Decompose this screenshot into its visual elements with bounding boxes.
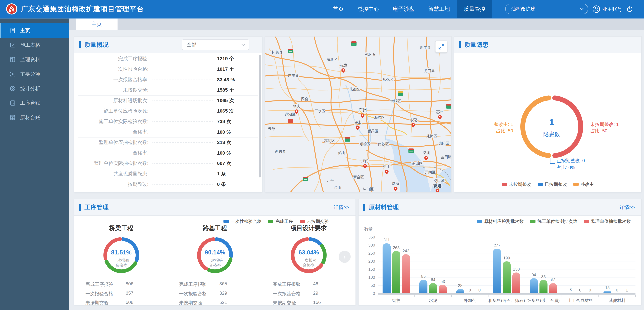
hazard-callout-bottom: 已按期整改: 0 (556, 158, 585, 163)
stat-value: 1585 个 (217, 87, 251, 94)
hazard-donut-chart: 1隐患数整改中: 1占比: 50未按期整改: 1占比: 50已按期整改: 0占比… (454, 53, 641, 192)
project-select[interactable]: 汕梅改扩建 (505, 4, 588, 14)
stat-value: 83.43 % (217, 77, 251, 82)
company-logo-icon (6, 3, 18, 15)
map-city-label: 花都区 (349, 87, 360, 91)
bar-value-label: 94 (532, 273, 536, 277)
expand-icon[interactable] (435, 40, 447, 53)
material-detail-link[interactable]: 详情>> (620, 199, 635, 215)
gauge-percent: 63.04% (298, 249, 319, 256)
map-city-label: 云浮 (268, 127, 275, 131)
account-label[interactable]: 业主账号 (602, 0, 622, 18)
legend-item[interactable]: 已按期整改 (538, 182, 567, 187)
legend-item[interactable]: 完成工序 (268, 218, 293, 224)
sidebar-item-3[interactable]: 监理资料 (0, 52, 69, 67)
sidebar-item-4[interactable]: 主要分项 (0, 67, 69, 81)
svg-text:100: 100 (368, 275, 375, 280)
highway-shield-icon (398, 91, 403, 96)
nav-item-2[interactable]: 总控中心 (351, 0, 386, 18)
nav-item-1[interactable]: 首页 (326, 0, 351, 18)
svg-text:合格率: 合格率 (115, 263, 127, 267)
stat-label: 未按期交验: (79, 87, 148, 94)
sidebar-item-5[interactable]: 统计分析 (0, 81, 69, 96)
overview-stats-list: 完成工序报验:1219 个一次性报验合格:1017 个一次报验合格率:83.43… (74, 53, 262, 192)
sidebar-item-1[interactable]: 主页 (0, 23, 69, 38)
target-icon (10, 86, 16, 92)
panel-header: 原材料管理 详情>> (358, 199, 641, 216)
map-city-label: 清新区 (326, 58, 338, 62)
app-header: 广东交通集团汕梅改扩建项目管理平台 首页总控中心电子沙盘智慧工地质量管控 汕梅改… (0, 0, 644, 18)
map-city-label: 龙门县 (424, 69, 435, 73)
nav-item-4[interactable]: 智慧工地 (422, 0, 457, 18)
sidebar-item-6[interactable]: 工序台账 (0, 96, 69, 110)
tabbar: 主页 (69, 18, 644, 30)
hazard-center-label: 隐患数 (544, 131, 560, 137)
overview-stat-row: 合格率:100 % (74, 127, 262, 137)
map-city-label: 江门 (362, 159, 369, 163)
nav-item-5[interactable]: 质量管控 (457, 0, 492, 18)
map-city-label: 斗门区 (363, 187, 374, 191)
gauge-stat-row: 未按期交验521 (179, 300, 251, 306)
stat-label: 共发现质量隐患: (79, 170, 148, 177)
legend-item[interactable]: 未按期整改 (502, 182, 531, 187)
svg-text:200: 200 (368, 259, 375, 264)
map-city-label: 元朗区 (425, 170, 436, 174)
sidebar-item-2[interactable]: 施工表格 (0, 38, 69, 52)
nav-item-3[interactable]: 电子沙盘 (386, 0, 422, 18)
map-city-label: 香港 (433, 183, 442, 188)
x-tick-label: 水泥 (429, 298, 438, 303)
leader-line (152, 153, 213, 153)
svg-text:一次报验: 一次报验 (207, 258, 223, 262)
overview-filter-select[interactable]: 全部 (182, 40, 249, 50)
stat-label: 按期整改: (79, 181, 148, 188)
gauge-title: 路基工程 (168, 224, 262, 232)
legend-item[interactable]: 一次性检验合格 (224, 218, 262, 224)
bar-value-label: 130 (513, 267, 520, 271)
svg-text:300: 300 (368, 243, 375, 247)
book-icon (10, 56, 16, 63)
map-city-label: 东莞 (410, 118, 417, 122)
legend-swatch (530, 220, 536, 223)
bar-value-label: 0 (469, 288, 471, 292)
document-icon (10, 28, 16, 34)
stat-label: 未按期整改: (79, 192, 148, 192)
stat-value: 1017 个 (217, 66, 251, 72)
power-icon[interactable] (626, 6, 633, 12)
stat-label: 施工单位应检验次数: (79, 108, 148, 114)
svg-text:50: 50 (370, 283, 375, 288)
legend-label: 已按期整改 (545, 182, 567, 187)
legend-item[interactable]: 原材料应检测批次数 (477, 218, 524, 224)
legend-label: 整改中 (580, 182, 594, 187)
legend-item[interactable]: 整改中 (573, 182, 594, 187)
x-tick-label: 粗集料(碎石、卵石) (488, 298, 525, 303)
map-city-label: 鼎湖区 (285, 112, 296, 116)
process-detail-link[interactable]: 详情>> (334, 199, 349, 215)
region-map[interactable]: 怀集县新丰县清新区佛冈县清远龙门县广宁县从化区花都区增城区四会广州惠州三水区鼎湖… (265, 36, 452, 192)
bar (566, 293, 574, 294)
overview-stat-row: 施工单位应检验次数:1065 次 (74, 106, 262, 116)
sidebar: 主页施工表格监理资料主要分项统计分析工序台账原材台账 (0, 18, 69, 310)
bar (512, 272, 520, 294)
tab-home[interactable]: 主页 (76, 18, 118, 30)
legend-item[interactable]: 未按期交验 (300, 218, 329, 224)
gauge-percent: 90.14% (205, 249, 225, 256)
leader-line (152, 142, 213, 143)
bar-value-label: 1 (626, 288, 628, 292)
map-city-label: 深圳 (422, 151, 430, 155)
user-icon[interactable] (592, 5, 600, 13)
divider (78, 168, 258, 169)
bar-value-label: 277 (494, 243, 500, 248)
main-nav: 首页总控中心电子沙盘智慧工地质量管控 (326, 0, 492, 18)
sidebar-item-7[interactable]: 原材台账 (0, 110, 69, 125)
stat-label: 监理单位实际抽检批次数: (79, 160, 148, 167)
map-city-label: 鹤山 (338, 151, 345, 155)
gauge-stat-row: 完成工序报验46 (273, 281, 344, 288)
legend-item[interactable]: 监理单位抽检批次数 (584, 218, 631, 224)
bar (493, 249, 501, 294)
carousel-next-button[interactable]: › (338, 251, 351, 263)
map-panel[interactable]: 怀集县新丰县清新区佛冈县清远龙门县广宁县从化区花都区增城区四会广州惠州三水区鼎湖… (265, 36, 452, 192)
legend-item[interactable]: 施工单位检测批次数 (530, 218, 577, 224)
legend-swatch (268, 220, 274, 223)
stat-value: 0 条 (217, 181, 251, 188)
scrollbar-thumb[interactable] (259, 55, 261, 178)
